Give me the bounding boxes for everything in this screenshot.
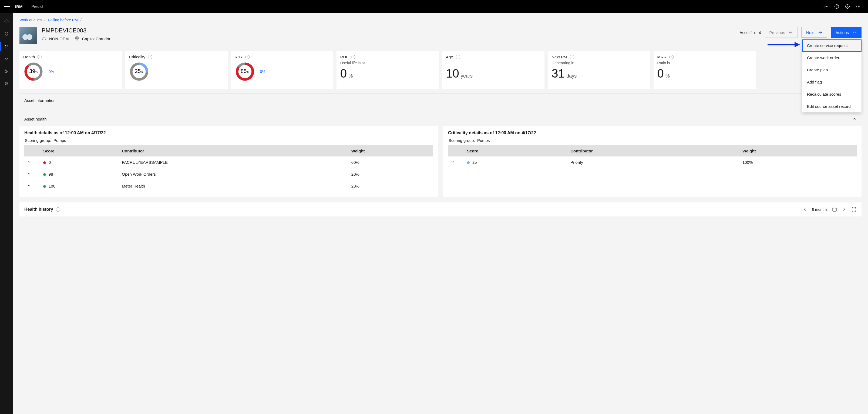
rail-item-gauge[interactable]	[0, 54, 13, 64]
health-history-label: Health history	[24, 207, 53, 212]
section-asset-health-toggle[interactable]: Asset health	[20, 112, 862, 126]
section-health-history: Health history i 6 months	[20, 202, 862, 216]
expand-icon[interactable]	[851, 207, 857, 212]
calendar-icon[interactable]	[832, 207, 837, 212]
svg-point-19	[5, 82, 6, 83]
actions-button[interactable]: Actions	[831, 27, 862, 38]
kpi-age: Agei 10years	[442, 51, 545, 89]
menu-icon[interactable]	[4, 4, 10, 9]
kpi-mrr: MRRi Ratio is 0%	[654, 51, 756, 89]
chevron-down-icon	[27, 183, 31, 188]
topbar: IBM Predict	[0, 0, 868, 13]
section-asset-info[interactable]: Asset information	[20, 93, 862, 107]
table-row[interactable]: 0FACRULYEARSSAMPLE60%	[24, 156, 433, 168]
svg-text:25%: 25%	[135, 68, 144, 74]
health-history-range: 6 months	[812, 207, 828, 212]
chevron-down-icon	[27, 172, 31, 176]
info-icon[interactable]: i	[37, 55, 42, 59]
rail-item-sliders[interactable]	[0, 78, 13, 89]
kpi-health: Healthi 39% 0%	[20, 51, 122, 89]
menu-create-work-order[interactable]: Create work order	[802, 52, 862, 64]
crit-panel-title: Criticality details as of 12:00 AM on 4/…	[448, 130, 857, 136]
asset-oem: NON-OEM	[49, 36, 69, 41]
previous-button[interactable]: Previous	[765, 27, 798, 38]
kpi-nextpm: Next PMi Generating in 31days	[548, 51, 650, 89]
health-panel-title: Health details as of 12:00 AM on 4/17/22	[24, 130, 433, 136]
breadcrumb-failing[interactable]: Failing before PM	[48, 18, 78, 22]
svg-point-22	[76, 37, 78, 39]
info-icon[interactable]: i	[245, 55, 250, 59]
svg-point-12	[858, 7, 859, 8]
actions-label: Actions	[836, 30, 849, 35]
kpi-health-label: Health	[23, 55, 35, 59]
info-icon[interactable]: i	[56, 207, 60, 212]
help-icon[interactable]	[831, 1, 842, 12]
asset-header: PMPDEVICE003 NON-OEM Capitol Corridor As…	[20, 27, 862, 44]
menu-edit-source-record[interactable]: Edit source asset record	[802, 100, 862, 112]
kpi-row: Healthi 39% 0% Criticalityi 25%	[20, 51, 862, 89]
svg-point-8	[857, 6, 857, 7]
svg-point-9	[858, 6, 859, 7]
kpi-rul: RULi Useful life is at 0%	[337, 51, 439, 89]
kpi-risk-label: Risk	[235, 55, 243, 59]
next-label: Next	[806, 30, 814, 35]
breadcrumb: Work queues / Failing before PM /	[20, 18, 862, 22]
kpi-mrr-label: MRR	[657, 55, 666, 59]
info-icon[interactable]: i	[456, 55, 460, 59]
svg-point-21	[5, 84, 6, 85]
panel-criticality-details: Criticality details as of 12:00 AM on 4/…	[443, 126, 862, 197]
rail-item-queues[interactable]	[0, 41, 13, 52]
svg-point-17	[5, 72, 6, 73]
breadcrumb-work-queues[interactable]: Work queues	[20, 18, 41, 22]
rail-item-hierarchy[interactable]	[0, 66, 13, 77]
svg-point-4	[847, 5, 848, 6]
menu-add-flag[interactable]: Add flag	[802, 76, 862, 88]
status-dot	[467, 161, 470, 164]
status-dot	[43, 185, 46, 188]
table-row[interactable]: 100Meter Health20%	[24, 180, 433, 192]
svg-point-7	[859, 5, 860, 5]
svg-point-5	[857, 5, 857, 5]
risk-donut: 85%	[235, 61, 255, 82]
previous-label: Previous	[769, 30, 785, 35]
table-row[interactable]: 98Open Work Orders20%	[24, 168, 433, 180]
kpi-criticality: Criticalityi 25%	[125, 51, 227, 89]
cell-contributor: FACRULYEARSSAMPLE	[119, 156, 349, 168]
chevron-right-icon[interactable]	[841, 207, 847, 212]
cell-contributor: Meter Health	[119, 180, 349, 192]
menu-create-service-request[interactable]: Create service request	[802, 39, 862, 52]
info-icon[interactable]: i	[570, 55, 574, 59]
status-dot	[43, 161, 46, 164]
info-icon[interactable]: i	[148, 55, 152, 59]
rail-item-monitor[interactable]	[0, 16, 13, 27]
kpi-nextpm-value: 31	[552, 67, 565, 80]
section-asset-health-label: Asset health	[24, 117, 47, 121]
info-icon[interactable]: i	[351, 55, 355, 59]
asset-location: Capitol Corridor	[82, 36, 111, 41]
col-contrib: Contributor	[568, 145, 740, 156]
cell-weight: 20%	[349, 168, 433, 180]
user-icon[interactable]	[842, 1, 853, 12]
asset-counter: Asset 1 of 4	[739, 30, 761, 35]
col-contrib: Contributor	[119, 145, 349, 156]
callout-arrow-icon	[768, 42, 800, 47]
kpi-age-unit: years	[461, 73, 473, 79]
cell-weight: 60%	[349, 156, 433, 168]
info-icon[interactable]: i	[669, 55, 674, 59]
svg-point-16	[5, 70, 6, 70]
app-switcher-icon[interactable]	[853, 1, 864, 12]
menu-recalculate-scores[interactable]: Recalculate scores	[802, 88, 862, 100]
svg-rect-34	[833, 208, 836, 211]
svg-point-0	[825, 6, 827, 7]
next-button[interactable]: Next	[802, 27, 827, 38]
chevron-down-icon	[451, 160, 455, 164]
settings-icon[interactable]	[820, 1, 831, 12]
rail-item-location[interactable]	[0, 29, 13, 39]
health-table: Score Contributor Weight 0FACRULYEARSSAM…	[24, 145, 433, 192]
svg-point-13	[859, 7, 860, 8]
chevron-left-icon[interactable]	[802, 207, 807, 212]
svg-point-6	[858, 5, 859, 5]
menu-create-plan[interactable]: Create plan	[802, 64, 862, 76]
crit-donut: 25%	[129, 61, 149, 82]
table-row[interactable]: 25Priority100%	[448, 156, 857, 168]
